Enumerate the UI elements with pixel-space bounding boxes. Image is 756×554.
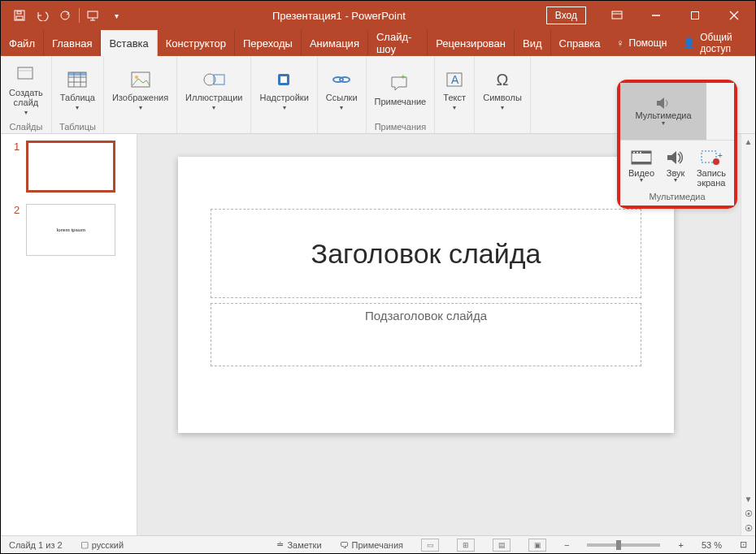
share-button[interactable]: 👤Общий доступ: [675, 30, 755, 56]
scroll-up-icon[interactable]: ▲: [741, 134, 755, 149]
text-button[interactable]: A Текст▾: [440, 67, 469, 113]
language-button[interactable]: ▢русский: [77, 539, 127, 550]
slide: Заголовок слайда Подзаголовок слайда: [178, 157, 674, 433]
new-slide-button[interactable]: Создать слайд▾: [6, 62, 46, 118]
comment-button[interactable]: + Примечание: [371, 71, 430, 109]
undo-icon[interactable]: [33, 6, 51, 24]
picture-icon: [129, 68, 152, 91]
group-images: Изображения▾: [104, 56, 177, 133]
view-slideshow-button[interactable]: ▣: [525, 539, 550, 552]
audio-button[interactable]: Звук▾: [663, 145, 689, 189]
qat-customize-icon[interactable]: ▾: [107, 6, 125, 24]
tab-design[interactable]: Конструктор: [158, 30, 235, 56]
group-label: Примечания: [371, 120, 430, 132]
notes-button[interactable]: ≐Заметки: [273, 539, 324, 550]
svg-rect-34: [637, 152, 638, 154]
media-flyout: Мультимедиа▾ Видео▾ Звук▾ + Запись экран…: [617, 80, 737, 209]
group-text: A Текст▾: [435, 56, 475, 133]
tab-slideshow[interactable]: Слайд-шоу: [368, 30, 428, 56]
svg-rect-5: [612, 11, 622, 19]
slideshow-start-icon[interactable]: [85, 6, 102, 24]
group-illustrations: Иллюстрации▾: [177, 56, 251, 133]
images-button[interactable]: Изображения▾: [109, 67, 172, 113]
view-sorter-button[interactable]: ⊞: [454, 539, 478, 552]
svg-text:+: +: [401, 75, 406, 81]
title-placeholder[interactable]: Заголовок слайда: [211, 209, 641, 298]
flyout-spacer: [706, 83, 734, 140]
svg-rect-8: [692, 12, 699, 19]
thumbnail-1[interactable]: 1: [14, 141, 128, 193]
window-title: Презентация1 - PowerPoint: [135, 10, 543, 22]
comment-icon: +: [389, 72, 411, 95]
new-slide-icon: [15, 63, 37, 86]
addin-icon: [273, 68, 296, 91]
table-button[interactable]: Таблица▾: [57, 67, 98, 113]
subtitle-placeholder[interactable]: Подзаголовок слайда: [211, 303, 641, 366]
svg-rect-33: [633, 152, 635, 154]
tab-view[interactable]: Вид: [515, 30, 551, 56]
comments-button[interactable]: 🗨Примечания: [337, 540, 407, 550]
svg-rect-2: [17, 11, 21, 14]
screen-recording-button[interactable]: + Запись экрана: [695, 145, 728, 189]
spellcheck-icon: ▢: [80, 539, 89, 550]
ribbon-display-icon[interactable]: [599, 1, 635, 30]
zoom-slider[interactable]: [584, 543, 663, 547]
redo-icon[interactable]: [56, 6, 74, 24]
titlebar-right: Вход: [543, 1, 755, 30]
svg-text:+: +: [718, 151, 723, 160]
group-comments: + Примечание Примечания: [367, 56, 436, 133]
comments-icon: 🗨: [340, 540, 349, 550]
group-tables: Таблица▾ Таблицы: [52, 56, 104, 133]
next-slide-icon[interactable]: ⦿: [741, 521, 755, 535]
tab-insert[interactable]: Вставка: [101, 30, 157, 56]
qat-separator: [79, 8, 80, 23]
view-reading-button[interactable]: ▤: [489, 539, 514, 552]
view-normal-button[interactable]: ▭: [418, 539, 442, 552]
media-panel: Видео▾ Звук▾ + Запись экрана Мультимедиа: [620, 140, 734, 206]
zoom-level[interactable]: 53 %: [698, 540, 725, 550]
addins-button[interactable]: Надстройки▾: [256, 67, 311, 113]
tab-transitions[interactable]: Переходы: [235, 30, 302, 56]
textbox-icon: A: [443, 68, 466, 91]
signin-button[interactable]: Вход: [546, 6, 586, 24]
svg-rect-35: [640, 152, 641, 154]
prev-slide-icon[interactable]: ⦿: [741, 506, 755, 521]
maximize-button[interactable]: [677, 1, 713, 30]
notes-icon: ≐: [276, 539, 284, 550]
thumb-preview: [26, 141, 115, 193]
vertical-scrollbar[interactable]: ▲ ▼ ⦿ ⦿: [741, 134, 755, 535]
group-media: [531, 56, 541, 133]
svg-rect-11: [18, 67, 33, 79]
tab-home[interactable]: Главная: [44, 30, 101, 56]
fit-window-button[interactable]: ⊡: [736, 539, 750, 550]
slide-counter[interactable]: Слайд 1 из 2: [6, 540, 66, 550]
link-icon: [330, 68, 353, 91]
tab-animations[interactable]: Анимация: [302, 30, 368, 56]
svg-point-20: [135, 76, 138, 79]
links-button[interactable]: Ссылки▾: [323, 67, 361, 113]
symbols-button[interactable]: Ω Символы▾: [480, 67, 525, 113]
media-dropdown-button[interactable]: Мультимедиа▾: [620, 83, 706, 140]
video-button[interactable]: Видео▾: [627, 145, 656, 189]
svg-rect-24: [280, 76, 287, 83]
group-addins: Надстройки▾: [251, 56, 317, 133]
tellme-search[interactable]: ♀Помощн: [609, 30, 676, 56]
tab-review[interactable]: Рецензирован: [428, 30, 515, 56]
thumb-preview: lorem ipsum: [26, 204, 115, 256]
thumbnail-2[interactable]: 2 lorem ipsum: [14, 204, 128, 256]
svg-text:A: A: [451, 73, 459, 86]
tab-help[interactable]: Справка: [551, 30, 609, 56]
close-button[interactable]: [716, 1, 752, 30]
group-slides: Создать слайд▾ Слайды: [1, 56, 52, 133]
svg-rect-32: [632, 162, 651, 164]
scroll-down-icon[interactable]: ▼: [741, 491, 755, 506]
tab-file[interactable]: Файл: [1, 30, 44, 56]
zoom-out-button[interactable]: −: [561, 540, 572, 550]
save-icon[interactable]: [11, 6, 28, 24]
video-icon: [630, 147, 653, 168]
screenrec-icon: +: [700, 147, 723, 168]
minimize-button[interactable]: [638, 1, 674, 30]
zoom-in-button[interactable]: +: [675, 540, 686, 550]
illustrations-button[interactable]: Иллюстрации▾: [182, 67, 245, 113]
titlebar: ▾ Презентация1 - PowerPoint Вход: [1, 1, 755, 30]
